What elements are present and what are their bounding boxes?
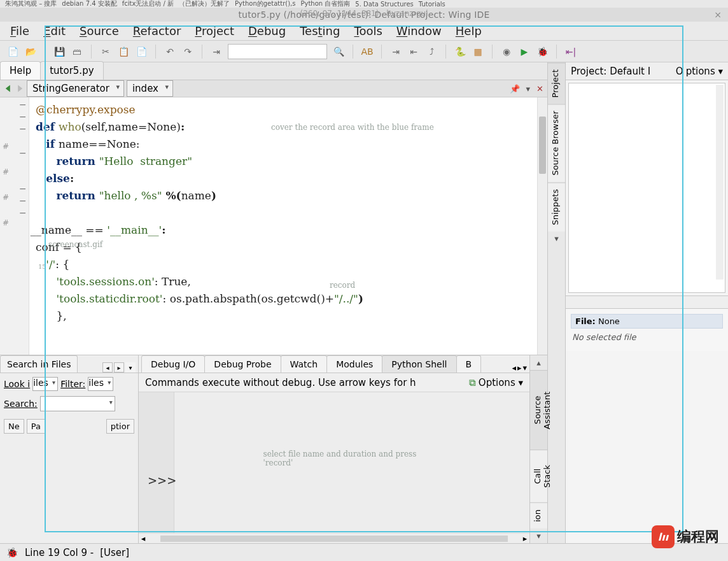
fold-mark[interactable]: − (19, 150, 25, 156)
splitter[interactable] (566, 295, 728, 308)
debug-run-icon[interactable]: 🐞 (536, 45, 549, 58)
os-tab[interactable]: 5. Data Structures (355, 0, 414, 8)
tab-menu-icon[interactable]: ▾ (125, 362, 136, 373)
os-tab[interactable]: fcitx无法启动 / 新 (122, 0, 174, 8)
window-close-button[interactable]: × (714, 10, 722, 20)
save-icon[interactable]: 💾 (53, 45, 66, 58)
fold-mark[interactable]: − (19, 113, 25, 120)
menu-help[interactable]: Help (456, 24, 482, 38)
save-all-icon[interactable]: 🗃 (71, 45, 83, 58)
os-tab[interactable]: Python 自省指南 (300, 0, 350, 8)
breakpoint-icon[interactable]: ◉ (500, 45, 513, 58)
shell-tab-next-icon[interactable]: ▸ (517, 363, 522, 373)
os-tab[interactable]: Python的getattr(),s (235, 0, 295, 8)
fold-mark[interactable]: − (19, 101, 25, 108)
menu-window[interactable]: Window (396, 24, 442, 38)
tab-debug-probe[interactable]: Debug Probe (204, 355, 281, 373)
lookin-select[interactable]: iles (32, 377, 58, 391)
search-input[interactable]: ▾ (40, 396, 115, 411)
menu-debug[interactable]: Debug (248, 24, 286, 38)
pin-icon[interactable]: 📌 (510, 84, 520, 94)
step-into-icon[interactable]: ⇥ (389, 45, 402, 58)
cut-icon[interactable]: ✂ (99, 45, 112, 58)
side-down-icon[interactable]: ▾ (548, 231, 565, 246)
undo-icon[interactable]: ↶ (164, 45, 176, 58)
menu-source[interactable]: Source (80, 24, 119, 38)
method-selector[interactable]: index (127, 80, 173, 97)
fold-mark[interactable]: − (19, 125, 25, 132)
fold-mark[interactable]: − (19, 197, 25, 204)
side-tab-call-stack[interactable]: Call Stack (530, 450, 547, 502)
paste-icon[interactable]: 📄 (135, 45, 148, 58)
chevron-down-icon[interactable]: ▾ (526, 84, 531, 94)
window-title: tutor5.py (/home/gaoyi/test): Default Pr… (238, 10, 489, 20)
copy-icon[interactable]: 📋 (117, 45, 130, 58)
shell-add-icon[interactable]: ⧉ (469, 377, 476, 388)
fold-mark[interactable] (19, 138, 25, 144)
new-file-icon[interactable]: 📄 (6, 45, 19, 58)
shell-tab-prev-icon[interactable]: ◂ (512, 363, 516, 373)
open-file-icon[interactable]: 📂 (24, 45, 37, 58)
toolbar-search-input[interactable] (228, 44, 327, 59)
tab-help[interactable]: Help (0, 61, 41, 80)
project-tree[interactable] (568, 83, 725, 293)
redo-icon[interactable]: ↷ (181, 45, 194, 58)
fold-mark[interactable]: − (19, 185, 25, 192)
filter-select[interactable]: iles (88, 377, 113, 391)
debug-icon[interactable]: ▦ (472, 45, 484, 58)
side-up-icon[interactable]: ▴ (530, 355, 547, 370)
project-options[interactable]: Options ▾ (676, 66, 723, 77)
project-scrollbar[interactable] (716, 85, 724, 280)
forward-icon[interactable] (15, 84, 24, 93)
shell-options[interactable]: Options ▾ (479, 377, 523, 388)
goto-icon[interactable]: ⇥ (210, 45, 223, 58)
tab-prev-icon[interactable]: ◂ (102, 362, 113, 373)
os-tab[interactable]: （已解决）无解了 (179, 0, 230, 8)
step-out-icon[interactable]: ⤴ (425, 45, 438, 58)
tab-modules[interactable]: Modules (326, 355, 382, 373)
search-next-button[interactable]: Ne (4, 419, 24, 434)
search-pause-button[interactable]: Pa (27, 419, 45, 434)
tab-python-shell[interactable]: Python Shell (382, 355, 456, 373)
search-options-button[interactable]: ptior (106, 419, 134, 434)
menu-tools[interactable]: Tools (354, 24, 382, 38)
run-icon[interactable]: ▶ (518, 45, 531, 58)
replace-icon[interactable]: AB (361, 45, 374, 58)
tab-bookmarks[interactable]: B (456, 355, 482, 373)
menu-project[interactable]: Project (195, 24, 234, 38)
side-tab-snippets[interactable]: Snippets (548, 182, 565, 231)
project-label: Project: Default I (571, 66, 650, 77)
search-icon[interactable]: 🔍 (332, 45, 345, 58)
side-tab-source-browser[interactable]: Source Browser (548, 104, 565, 181)
tab-watch[interactable]: Watch (281, 355, 328, 373)
shell-tab-menu-icon[interactable]: ▾ (522, 363, 527, 373)
stop-icon[interactable]: ⇤| (564, 45, 577, 58)
class-selector[interactable]: StringGenerator (27, 80, 124, 97)
os-tab[interactable]: debian 7.4 安装配 (62, 0, 116, 8)
os-tab[interactable]: 朱鸿其鸿观 – 搜库 (5, 0, 57, 8)
os-tab[interactable]: Tutorials (419, 0, 445, 8)
menu-edit[interactable]: Edit (43, 24, 66, 38)
shell-hscroll[interactable]: ◂▸ (139, 533, 529, 543)
editor-scrollbar[interactable] (537, 97, 547, 355)
side-tab-ion[interactable]: ion (530, 502, 547, 529)
shell-text[interactable]: select file name and duration and press … (174, 392, 529, 533)
side-tab-source-assistant[interactable]: Source Assistant (530, 370, 547, 450)
side-tab-project[interactable]: Project (548, 62, 565, 104)
menu-file[interactable]: File (10, 24, 29, 38)
step-over-icon[interactable]: ⇤ (407, 45, 420, 58)
code-content[interactable]: @cherrypy.expose def who(self,name=None)… (29, 97, 537, 355)
tab-next-icon[interactable]: ▸ (114, 362, 124, 373)
menu-refactor[interactable]: Refactor (133, 24, 181, 38)
tab-debug-io[interactable]: Debug I/O (141, 355, 205, 373)
fold-mark[interactable] (19, 162, 25, 168)
back-icon[interactable] (4, 84, 13, 93)
menu-testing[interactable]: Testing (300, 24, 340, 38)
close-editor-icon[interactable]: ✕ (536, 84, 543, 94)
tab-tutor5[interactable]: tutor5.py (40, 61, 103, 80)
tab-search-in-files[interactable]: Search in Files (0, 355, 78, 373)
code-editor[interactable]: − − − − − − − @cherrypy.expose def who(s… (0, 97, 547, 355)
python-icon[interactable]: 🐍 (454, 45, 466, 58)
fold-mark[interactable]: − (19, 209, 25, 216)
side-down-icon[interactable]: ▾ (530, 529, 547, 543)
